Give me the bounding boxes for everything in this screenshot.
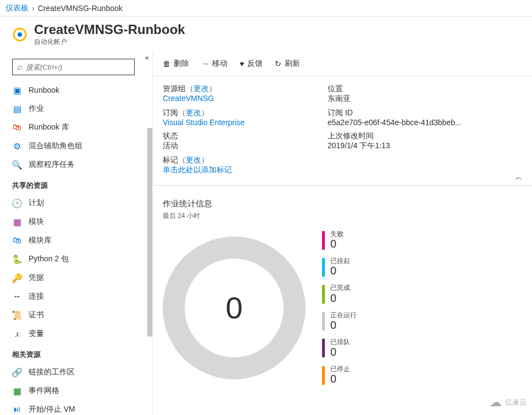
change-resource-group-link[interactable]: 更改: [193, 84, 209, 93]
modules-gallery-icon: 🛍: [12, 235, 22, 245]
status-value: 活动: [163, 141, 328, 151]
sidebar-item-watcher[interactable]: 🔍观察程序任务: [0, 155, 152, 174]
sidebar-item-label: 模块: [29, 217, 44, 227]
startstop-vm-icon: ⏯: [12, 405, 22, 414]
sidebar-item-variables[interactable]: 𝑥变量: [0, 324, 152, 343]
sidebar-item-connections[interactable]: ↔连接: [0, 287, 152, 306]
legend-color-bar: [322, 339, 325, 357]
sidebar-item-label: Runbook 库: [29, 122, 69, 132]
sidebar-scrollbar[interactable]: [147, 128, 152, 337]
resource-group-label: 资源组: [163, 84, 186, 93]
delete-button[interactable]: 🗑删除: [163, 59, 189, 69]
sidebar-item-runbook-gallery[interactable]: 🛍Runbook 库: [0, 118, 152, 137]
sidebar-item-label: 计划: [29, 198, 44, 208]
sidebar-item-jobs[interactable]: ▤作业: [0, 99, 152, 118]
sidebar-item-credentials[interactable]: 🔑凭据: [0, 268, 152, 287]
subscription-id-value: e5a2e705-e06f-454e-bbce-41d3bbeb...: [328, 118, 522, 127]
sidebar-item-schedule[interactable]: 🕒计划: [0, 194, 152, 212]
connections-icon: ↔: [12, 291, 22, 301]
legend-item[interactable]: 已排队0: [322, 339, 357, 358]
arrow-right-icon: →: [201, 59, 209, 68]
sidebar-item-hybrid-worker[interactable]: ⚙混合辅助角色组: [0, 137, 152, 155]
legend-item[interactable]: 已完成0: [322, 284, 357, 304]
sidebar-item-linked-workspace[interactable]: 🔗链接的工作区: [0, 363, 152, 382]
move-button[interactable]: →移动: [201, 59, 228, 69]
sidebar-item-label: 连接: [29, 291, 44, 301]
location-value: 东南亚: [328, 94, 522, 104]
stats-title: 作业统计信息: [163, 199, 522, 209]
jobs-icon: ▤: [12, 104, 22, 114]
search-input[interactable]: [26, 63, 130, 71]
donut-chart: 0: [163, 237, 306, 379]
legend-value: 0: [330, 346, 350, 358]
content-area: 🗑删除 →移动 ♥反馈 ↻刷新 资源组（更改） CreateVMNSG 位置 东…: [153, 51, 532, 415]
legend-item[interactable]: 已停止0: [322, 366, 357, 385]
sidebar-item-modules[interactable]: ▦模块: [0, 212, 152, 231]
legend-value: 0: [330, 373, 350, 385]
sidebar-item-python[interactable]: 🐍Python 2 包: [0, 250, 152, 268]
linked-workspace-icon: 🔗: [12, 367, 22, 377]
add-tags-link[interactable]: 单击此处以添加标记: [163, 165, 232, 174]
essentials-panel: 资源组（更改） CreateVMNSG 位置 东南亚 订阅（更改） Visual…: [153, 76, 532, 186]
sidebar-item-label: 链接的工作区: [29, 367, 75, 377]
legend-color-bar: [322, 231, 325, 250]
legend-label: 已完成: [330, 284, 350, 291]
breadcrumb: 仪表板 › CreateVMNSG-Runbook: [0, 0, 532, 16]
stats-subtitle: 最后 24 小时: [163, 211, 522, 221]
legend-color-bar: [322, 312, 325, 330]
location-label: 位置: [328, 84, 522, 94]
tags-label: 标记: [163, 155, 178, 164]
sidebar-item-startstop-vm[interactable]: ⏯开始/停止 VM: [0, 400, 152, 415]
sidebar-item-label: 证书: [29, 310, 44, 320]
modules-icon: ▦: [12, 217, 22, 227]
status-label: 状态: [163, 131, 328, 141]
page-subtitle: 自动化帐户: [34, 37, 185, 47]
change-subscription-link[interactable]: 更改: [186, 108, 201, 117]
sidebar-item-modules-gallery[interactable]: 🛍模块库: [0, 231, 152, 250]
sidebar-item-label: 观察程序任务: [29, 160, 75, 170]
subscription-label: 订阅: [163, 108, 178, 117]
breadcrumb-separator: ›: [32, 4, 35, 13]
sidebar-item-event-grid[interactable]: ▦事件网格: [0, 382, 152, 400]
sidebar-item-label: Runbook: [29, 86, 59, 94]
sidebar-item-label: 模块库: [29, 235, 52, 245]
refresh-button[interactable]: ↻刷新: [275, 59, 300, 69]
sidebar-item-certificates[interactable]: 📜证书: [0, 306, 152, 324]
svg-point-1: [18, 32, 22, 37]
legend-item[interactable]: 正在运行0: [322, 312, 357, 331]
sidebar-item-label: 混合辅助角色组: [29, 141, 82, 151]
watermark: ☁ 亿速云: [490, 395, 527, 410]
last-modified-label: 上次修改时间: [328, 131, 522, 141]
runbook-icon: ▣: [12, 85, 22, 95]
runbook-gallery-icon: 🛍: [12, 122, 22, 132]
variables-icon: 𝑥: [12, 329, 22, 339]
search-box[interactable]: ⌕: [12, 59, 135, 75]
sidebar-item-label: 变量: [29, 329, 44, 339]
cloud-icon: ☁: [490, 395, 502, 410]
toolbar: 🗑删除 →移动 ♥反馈 ↻刷新: [153, 51, 532, 76]
subscription-value[interactable]: Visual Studio Enterprise: [163, 118, 245, 127]
sidebar-collapse-button[interactable]: «: [145, 53, 149, 61]
sidebar: « ⌕ ▣Runbook▤作业🛍Runbook 库⚙混合辅助角色组🔍观察程序任务…: [0, 51, 153, 415]
automation-account-icon: [11, 26, 29, 43]
legend-item[interactable]: 已挂起0: [322, 257, 357, 277]
legend-label: 失败: [330, 231, 343, 238]
sidebar-item-runbook[interactable]: ▣Runbook: [0, 81, 152, 99]
donut-total: 0: [185, 259, 284, 357]
watcher-icon: 🔍: [12, 160, 22, 170]
credentials-icon: 🔑: [12, 273, 22, 283]
legend-item[interactable]: 失败0: [322, 231, 357, 250]
page-title: CreateVMNSG-Runbook: [34, 22, 185, 37]
legend-value: 0: [330, 238, 343, 250]
python-icon: 🐍: [12, 254, 22, 264]
feedback-button[interactable]: ♥反馈: [240, 59, 263, 69]
essentials-collapse-button[interactable]: ︽: [516, 172, 522, 182]
breadcrumb-root[interactable]: 仪表板: [5, 3, 29, 13]
resource-group-value[interactable]: CreateVMNSG: [163, 94, 214, 103]
sidebar-item-label: 事件网格: [29, 386, 59, 396]
sidebar-item-label: 开始/停止 VM: [29, 405, 75, 414]
sidebar-item-label: 凭据: [29, 273, 44, 283]
trash-icon: 🗑: [163, 59, 170, 68]
legend-label: 正在运行: [330, 312, 357, 319]
change-tags-link[interactable]: 更改: [186, 155, 201, 164]
